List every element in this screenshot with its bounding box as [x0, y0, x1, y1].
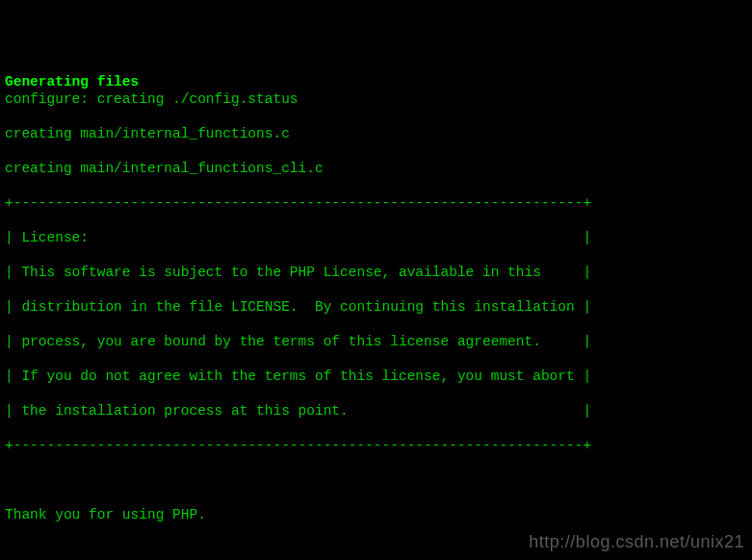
heading-generating-files: Generating files — [5, 74, 139, 89]
thank-you-line: Thank you for using PHP. — [5, 506, 747, 523]
license-line: | If you do not agree with the terms of … — [5, 368, 747, 385]
license-line: | License: | — [5, 229, 747, 246]
box-border-bottom: +---------------------------------------… — [5, 437, 747, 454]
license-line: | process, you are bound by the terms of… — [5, 333, 747, 350]
blank-line — [5, 541, 747, 558]
output-line: creating main/internal_functions.c — [5, 125, 747, 142]
blank-line — [5, 471, 747, 489]
license-line: | distribution in the file LICENSE. By c… — [5, 298, 747, 316]
license-line: | This software is subject to the PHP Li… — [5, 264, 747, 281]
box-border-top: +---------------------------------------… — [5, 194, 747, 212]
output-line: configure: creating ./config.status — [5, 90, 747, 108]
license-line: | the installation process at this point… — [5, 402, 747, 420]
output-line: creating main/internal_functions_cli.c — [5, 160, 747, 177]
